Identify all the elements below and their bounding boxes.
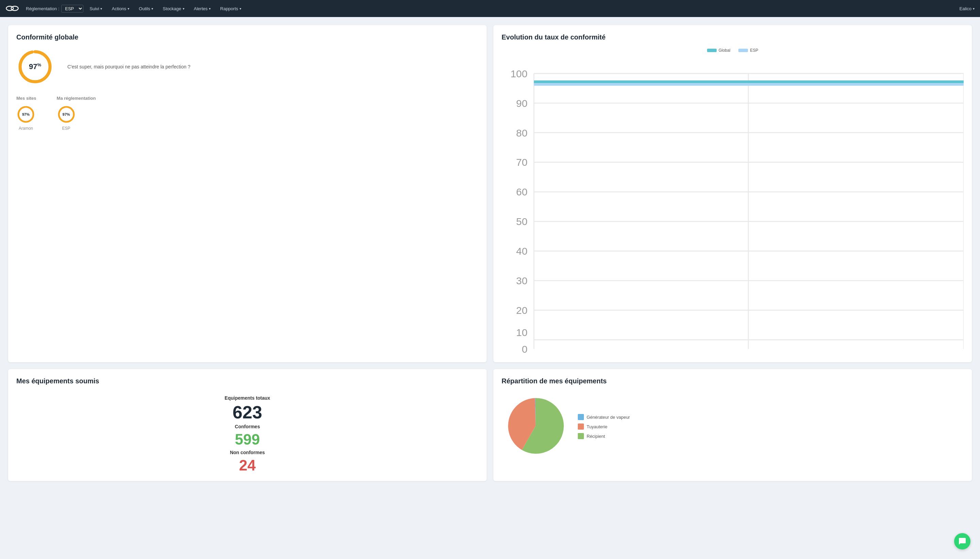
equipements-card: Mes équipements soumis Equipements totau… [8, 369, 487, 481]
legend-esp: ESP [738, 48, 758, 53]
nav-actions-caret: ▾ [128, 7, 129, 10]
repartition-card: Répartition de mes équipements [493, 369, 972, 481]
user-caret: ▾ [973, 7, 975, 10]
conformes-label: Conformes [235, 424, 260, 429]
nav-rapports-label: Rapports [220, 6, 238, 11]
legend-global: Global [707, 48, 731, 53]
evolution-chart-card: Evolution du taux de conformité Global E… [493, 25, 972, 362]
legend-recipient-label: Récipient [587, 434, 605, 439]
legend-recipient-color [578, 433, 584, 439]
evolution-title: Evolution du taux de conformité [502, 33, 964, 41]
legend-global-color [707, 49, 717, 52]
nav-outils-caret: ▾ [152, 7, 153, 10]
navbar: Réglementation : ESP ICPE Suivi ▾ Action… [0, 0, 980, 17]
legend-global-label: Global [719, 48, 731, 53]
equipements-title: Mes équipements soumis [16, 377, 478, 385]
nav-actions[interactable]: Actions ▾ [108, 0, 133, 17]
svg-text:60: 60 [516, 186, 528, 197]
legend-tuyauterie-color [578, 423, 584, 430]
nav-stockage-caret: ▾ [183, 7, 185, 10]
conformes-value: 599 [235, 432, 260, 447]
nav-rapports-caret: ▾ [239, 7, 241, 10]
conformite-top: 97% C'est super, mais pourquoi ne pas at… [16, 48, 478, 86]
pie-legend: Générateur de vapeur Tuyauterie Récipien… [578, 414, 630, 439]
legend-tuyauterie: Tuyauterie [578, 423, 630, 430]
conformite-globale-card: Conformité globale 97% C'est super, mais… [8, 25, 487, 362]
svg-point-1 [11, 6, 18, 10]
svg-text:70: 70 [516, 157, 528, 168]
line-chart: 100 90 80 70 60 50 40 30 20 10 0 [502, 57, 964, 354]
nav-alertes-label: Alertes [194, 6, 208, 11]
svg-text:10: 10 [516, 327, 528, 338]
user-label: Ealico [960, 6, 972, 11]
conformite-message: C'est super, mais pourquoi ne pas attein… [68, 63, 190, 71]
site-aramon: 97% Aramon [16, 105, 35, 131]
repartition-title: Répartition de mes équipements [502, 377, 964, 385]
reg-esp-value: 97% [63, 112, 70, 116]
nav-suivi-caret: ▾ [101, 7, 102, 10]
pie-chart [502, 392, 570, 461]
logo[interactable] [5, 4, 19, 13]
nav-rapports[interactable]: Rapports ▾ [217, 0, 245, 17]
reglementation-selector: Réglementation : ESP ICPE [26, 5, 83, 13]
svg-text:80: 80 [516, 127, 528, 139]
reg-esp-name: ESP [62, 126, 71, 131]
nav-actions-label: Actions [112, 6, 126, 11]
ma-reg-label: Ma réglementation [57, 96, 96, 101]
total-label: Equipements totaux [224, 395, 270, 401]
main-content: Conformité globale 97% C'est super, mais… [0, 17, 980, 489]
non-conformes-label: Non conformes [230, 450, 265, 455]
legend-generateur-color [578, 414, 584, 420]
nav-suivi-label: Suivi [89, 6, 99, 11]
legend-recipient: Récipient [578, 433, 630, 439]
reg-esp: 97% ESP [57, 105, 76, 131]
reg-esp-donut: 97% [57, 105, 76, 124]
legend-generateur: Générateur de vapeur [578, 414, 630, 420]
legend-tuyauterie-label: Tuyauterie [587, 424, 607, 429]
legend-esp-color [738, 49, 748, 52]
mes-sites-section: Mes sites 97% Aramon [16, 96, 36, 131]
user-menu[interactable]: Ealico ▾ [960, 6, 975, 11]
svg-text:0: 0 [521, 344, 528, 353]
donut-main: 97% [16, 48, 54, 86]
sites-donuts: 97% Aramon [16, 105, 36, 131]
legend-esp-label: ESP [750, 48, 758, 53]
nav-stockage[interactable]: Stockage ▾ [159, 0, 188, 17]
nav-stockage-label: Stockage [163, 6, 181, 11]
nav-outils-label: Outils [139, 6, 150, 11]
reg-donuts: 97% ESP [57, 105, 96, 131]
legend-generateur-label: Générateur de vapeur [587, 415, 630, 420]
nav-suivi[interactable]: Suivi ▾ [86, 0, 106, 17]
conformite-bottom: Mes sites 97% Aramon M [16, 96, 478, 131]
site-aramon-name: Aramon [19, 126, 33, 131]
nav-alertes[interactable]: Alertes ▾ [191, 0, 214, 17]
pie-chart-container: Générateur de vapeur Tuyauterie Récipien… [502, 392, 964, 461]
nav-outils[interactable]: Outils ▾ [135, 0, 157, 17]
site-aramon-donut: 97% [16, 105, 35, 124]
svg-text:30: 30 [516, 275, 528, 286]
svg-text:40: 40 [516, 245, 528, 257]
svg-text:100: 100 [510, 68, 528, 79]
mes-sites-label: Mes sites [16, 96, 36, 101]
donut-main-label: 97% [29, 62, 41, 71]
equipements-stats: Equipements totaux 623 Conformes 599 Non… [16, 392, 478, 473]
ma-reg-section: Ma réglementation 97% ESP [57, 96, 96, 131]
site-aramon-value: 97% [22, 112, 30, 116]
total-value: 623 [233, 404, 262, 421]
reglementation-label: Réglementation : [26, 6, 59, 11]
nav-alertes-caret: ▾ [209, 7, 211, 10]
reglementation-select[interactable]: ESP ICPE [61, 5, 83, 13]
chart-legend: Global ESP [502, 48, 964, 53]
svg-text:20: 20 [516, 305, 528, 316]
svg-text:90: 90 [516, 98, 528, 109]
non-conformes-value: 24 [239, 458, 256, 473]
conformite-title: Conformité globale [16, 33, 478, 41]
svg-text:50: 50 [516, 216, 528, 227]
